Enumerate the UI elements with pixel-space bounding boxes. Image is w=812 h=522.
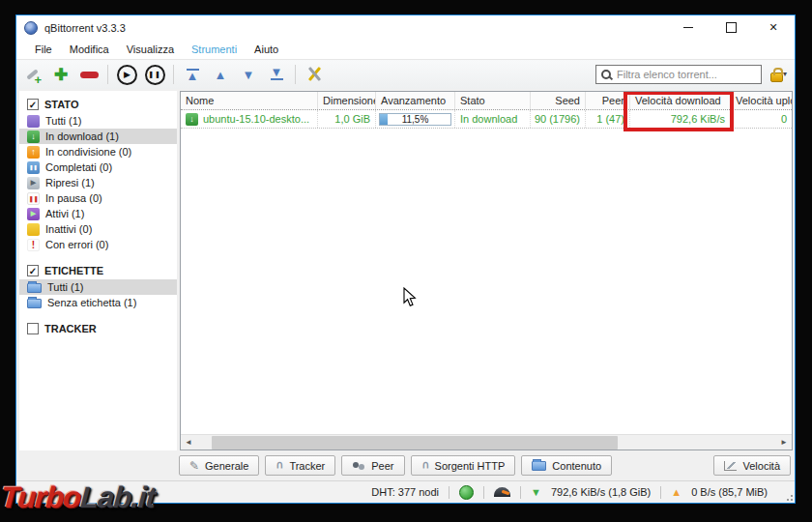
- add-torrent-link-button[interactable]: [20, 63, 45, 86]
- horizontal-scrollbar[interactable]: [181, 434, 792, 450]
- add-torrent-link-icon: [23, 65, 43, 84]
- col-seed[interactable]: Seed: [531, 92, 586, 109]
- col-peer[interactable]: Peer: [586, 92, 630, 109]
- scrollbar-thumb[interactable]: [212, 436, 618, 450]
- window-controls: [667, 15, 795, 40]
- sidebar-item-label: Ripresi (1): [45, 177, 95, 188]
- tab-tracker[interactable]: Tracker: [265, 455, 335, 476]
- velocita-button[interactable]: Velocità: [713, 455, 791, 476]
- remove-torrent-button[interactable]: [76, 63, 102, 86]
- sidebar-item-in-download[interactable]: In download (1): [19, 129, 177, 144]
- sidebar-item-etichette-tutti[interactable]: Tutti (1): [19, 279, 177, 295]
- table-empty-area: [181, 129, 792, 434]
- tab-sorgenti-http[interactable]: Sorgenti HTTP: [411, 455, 516, 476]
- progress-label: 11,5%: [380, 114, 450, 125]
- priority-bottom-button[interactable]: [264, 63, 289, 86]
- search-input[interactable]: [617, 69, 757, 80]
- seeding-icon: [27, 146, 40, 159]
- mouse-cursor: [403, 287, 417, 307]
- sidebar-item-inattivi[interactable]: Inattivi (0): [19, 221, 177, 237]
- errored-icon: [27, 239, 40, 251]
- priority-top-button[interactable]: [180, 63, 205, 86]
- progress-bar: 11,5%: [379, 113, 451, 126]
- speed-graph-icon: [724, 461, 737, 471]
- sidebar-item-label: Tutti (1): [47, 281, 84, 293]
- tab-peer[interactable]: Peer: [341, 455, 404, 476]
- global-upload-speed[interactable]: 0 B/s (85,7 MiB): [691, 486, 768, 498]
- scroll-left-icon[interactable]: [181, 438, 196, 447]
- sidebar-item-attivi[interactable]: Attivi (1): [19, 206, 177, 221]
- sidebar-item-ripresi[interactable]: Ripresi (1): [19, 175, 177, 190]
- priority-up-button[interactable]: [208, 63, 233, 86]
- priority-down-button[interactable]: [236, 63, 261, 86]
- lock-button[interactable]: [770, 67, 787, 82]
- torrent-filter-box: [595, 65, 762, 84]
- global-download-speed[interactable]: 792,6 KiB/s (1,8 GiB): [551, 486, 651, 498]
- etichette-checkbox[interactable]: [27, 265, 39, 276]
- add-torrent-button[interactable]: [48, 63, 73, 86]
- sidebar-section-etichette[interactable]: ETICHETTE: [19, 262, 177, 279]
- window-title: qBittorrent v3.3.3: [44, 22, 126, 34]
- sidebar-item-tutti[interactable]: Tutti (1): [19, 113, 177, 129]
- sidebar-item-senza-etichetta[interactable]: Senza etichetta (1): [19, 295, 177, 310]
- download-arrow-icon: [531, 486, 541, 498]
- resize-grip[interactable]: [784, 492, 793, 501]
- stato-checkbox[interactable]: [27, 99, 39, 110]
- col-velocita-upload[interactable]: Velocità uplo: [731, 92, 792, 109]
- col-stato[interactable]: Stato: [455, 92, 531, 109]
- maximize-button[interactable]: [710, 15, 752, 40]
- folder-icon: [27, 283, 42, 293]
- alt-speed-gauge-icon[interactable]: [494, 487, 510, 497]
- sidebar-item-label: In condivisione (0): [45, 146, 131, 158]
- search-icon: [600, 69, 613, 81]
- menu-file[interactable]: File: [26, 42, 61, 57]
- connection-status-icon[interactable]: [459, 485, 474, 500]
- scroll-right-icon[interactable]: [776, 438, 792, 447]
- tracker-checkbox[interactable]: [27, 323, 39, 334]
- sidebar-item-in-pausa[interactable]: In pausa (0): [19, 190, 177, 206]
- tab-generale[interactable]: Generale: [179, 455, 259, 476]
- qbittorrent-window: qBittorrent v3.3.3 File Modifica Visuali…: [15, 14, 796, 504]
- sidebar-item-completati[interactable]: Completati (0): [19, 160, 177, 175]
- col-nome[interactable]: Nome: [181, 92, 318, 109]
- sidebar-section-stato[interactable]: STATO: [19, 96, 177, 113]
- paused-icon: [27, 192, 40, 205]
- turbolab-watermark: TurboLab.it: [0, 480, 156, 515]
- folder-icon: [27, 299, 42, 308]
- upload-arrow-icon: [671, 486, 682, 498]
- resume-icon: [117, 65, 137, 85]
- pause-button[interactable]: [142, 63, 167, 86]
- col-velocita-download[interactable]: Velocità download: [630, 92, 731, 109]
- col-avanzamento[interactable]: Avanzamento: [376, 92, 455, 109]
- all-icon: [27, 115, 40, 128]
- tab-contenuto[interactable]: Contenuto: [521, 455, 612, 476]
- menu-strumenti[interactable]: Strumenti: [183, 42, 246, 57]
- col-dimensione[interactable]: Dimensione: [318, 92, 376, 109]
- titlebar: qBittorrent v3.3.3: [16, 15, 795, 40]
- menu-visualizza[interactable]: Visualizza: [118, 42, 183, 57]
- dht-nodes: DHT: 377 nodi: [371, 486, 439, 498]
- peers-icon: [352, 461, 365, 471]
- sidebar-item-label: Senza etichetta (1): [47, 297, 136, 308]
- menu-modifica[interactable]: Modifica: [61, 42, 118, 57]
- cell-velocita-download: 792,6 KiB/s: [630, 110, 731, 128]
- detail-tabs: Generale Tracker Peer Sorgenti HTTP Cont…: [179, 454, 791, 477]
- cell-peer: 1 (47): [586, 110, 630, 128]
- close-button[interactable]: [752, 15, 795, 40]
- active-icon: [27, 208, 40, 220]
- sidebar-section-tracker[interactable]: TRACKER: [19, 320, 177, 337]
- cell-dimensione: 1,0 GiB: [318, 110, 376, 128]
- torrent-row[interactable]: ubuntu-15.10-deskto... 1,0 GiB 11,5% In …: [181, 110, 792, 129]
- cell-avanzamento: 11,5%: [376, 110, 455, 128]
- options-button[interactable]: [302, 63, 327, 86]
- completed-icon: [27, 161, 40, 174]
- sidebar-item-label: Inattivi (0): [45, 223, 92, 235]
- resume-button[interactable]: [114, 63, 139, 86]
- minimize-button[interactable]: [667, 15, 710, 40]
- sidebar-item-con-errori[interactable]: Con errori (0): [19, 237, 177, 252]
- etichette-title: ETICHETTE: [44, 265, 103, 276]
- magnet-icon: [421, 459, 429, 472]
- sidebar-item-in-condivisione[interactable]: In condivisione (0): [19, 144, 177, 160]
- lock-dropdown-icon: [783, 67, 787, 78]
- menu-aiuto[interactable]: Aiuto: [246, 42, 287, 57]
